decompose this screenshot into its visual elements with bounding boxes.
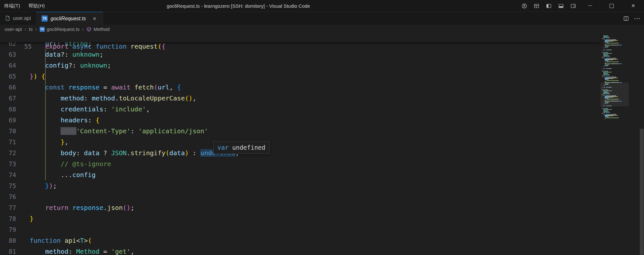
minimap-line: [610, 78, 613, 79]
code-token: ): [49, 182, 53, 190]
customize-layout-button[interactable]: [530, 0, 543, 12]
code-line-77[interactable]: 77 return response.json();: [0, 202, 599, 213]
code-line-64[interactable]: 64 config?: unknown;: [0, 60, 599, 71]
maximize-button[interactable]: [601, 0, 622, 12]
minimap-line: [618, 63, 621, 64]
more-actions-button[interactable]: ⋯: [634, 17, 641, 20]
minimap-line: [603, 112, 606, 113]
minimap-line: [611, 50, 612, 50]
code-line-78[interactable]: 78}: [0, 213, 599, 224]
code-line-72[interactable]: 72 body: data ? JSON.stringify(data) : u…: [0, 147, 599, 158]
code-line-75[interactable]: 75 });: [0, 180, 599, 191]
code-line-70[interactable]: 70 'Content-Type': 'application/json': [0, 126, 599, 137]
code-line-65[interactable]: 65}) {: [0, 71, 599, 82]
minimap-line: [606, 77, 609, 77]
sticky-line-number: 55: [15, 42, 32, 51]
minimap[interactable]: [601, 33, 629, 255]
minimap-line: [612, 61, 619, 62]
code-line-73[interactable]: 73 // @ts-ignore: [0, 158, 599, 169]
code-line-79[interactable]: 79: [0, 224, 599, 235]
minimap-line: [616, 114, 617, 115]
line-number[interactable]: 79: [0, 224, 16, 235]
minimap-line: [616, 77, 617, 77]
code-token: :: [76, 149, 84, 157]
line-number[interactable]: 67: [0, 93, 16, 104]
code-token: (): [123, 204, 130, 212]
toggle-secondary-sidebar-button[interactable]: [567, 0, 579, 12]
breadcrumb-item-user-api[interactable]: user-api: [5, 26, 22, 32]
code-line-66[interactable]: 66 const response = await fetch(url, {: [0, 82, 599, 93]
code-token: [68, 42, 72, 50]
code-token: [30, 248, 45, 255]
tab-user-api[interactable]: user.api: [0, 12, 36, 24]
code-token: await: [111, 83, 130, 91]
minimap-line: [608, 42, 609, 42]
code-token: :: [88, 116, 96, 124]
code-line-74[interactable]: 74 ...config: [0, 169, 599, 180]
line-number[interactable]: 78: [0, 213, 16, 224]
code-token: json: [107, 204, 123, 212]
line-number[interactable]: 72: [0, 147, 16, 158]
line-number[interactable]: 80: [0, 235, 16, 246]
symbol-method-icon: [86, 27, 91, 32]
account-button[interactable]: [518, 0, 530, 12]
code-line-69[interactable]: 69 headers: {: [0, 115, 599, 126]
code-token: <: [76, 237, 80, 244]
code-line-76[interactable]: 76: [0, 191, 599, 202]
code-token: [30, 51, 45, 58]
minimap-line: [603, 58, 605, 59]
code-token: // @ts-ignore: [61, 160, 111, 168]
line-number[interactable]: 74: [0, 169, 16, 180]
minimap-line: [607, 73, 608, 73]
line-number[interactable]: 70: [0, 126, 16, 137]
code-token: [30, 61, 45, 69]
minimap-line: [602, 71, 605, 71]
minimap-line: [606, 114, 609, 115]
line-number[interactable]: 73: [0, 158, 16, 169]
minimize-button[interactable]: [579, 0, 601, 12]
code-token: ,: [169, 83, 177, 91]
line-number[interactable]: 76: [0, 191, 16, 202]
tab-close-icon[interactable]: ✕: [91, 15, 98, 22]
minimap-line: [603, 50, 606, 50]
line-number[interactable]: 75: [0, 180, 16, 191]
line-number[interactable]: 69: [0, 115, 16, 126]
code-line-68[interactable]: 68 credentials: 'include',: [0, 104, 599, 115]
breadcrumb-item-file[interactable]: TS gocliRequest.ts: [40, 26, 80, 32]
split-editor-button[interactable]: [623, 16, 629, 21]
minimap-line: [613, 60, 614, 60]
minimap-line: [612, 43, 619, 43]
code-line-81[interactable]: 81 method: Method = 'get',: [0, 246, 599, 255]
menu-terminal[interactable]: 终端(T): [0, 0, 24, 12]
tab-goclirequest-ts[interactable]: TS gocliRequest.ts ✕: [36, 12, 103, 25]
line-number[interactable]: 64: [0, 60, 16, 71]
code-line-71[interactable]: 71 },: [0, 137, 599, 147]
scrollbar-thumb[interactable]: [640, 129, 644, 255]
menu-help[interactable]: 帮助(H): [24, 0, 49, 12]
minimap-line: [603, 109, 606, 110]
line-number[interactable]: 77: [0, 202, 16, 213]
vertical-scrollbar[interactable]: [639, 33, 644, 255]
code-token: [30, 204, 45, 212]
minimap-line: [605, 42, 607, 42]
sticky-scroll-line[interactable]: 55export async function request({: [0, 33, 601, 42]
minimap-slider[interactable]: [601, 82, 629, 106]
line-number[interactable]: 66: [0, 82, 16, 93]
line-number[interactable]: 71: [0, 137, 16, 147]
breadcrumb-item-method[interactable]: Method: [86, 26, 110, 32]
minimap-line: [607, 110, 608, 111]
breadcrumb-item-ts[interactable]: ts: [29, 26, 33, 32]
toggle-panel-button[interactable]: [555, 0, 567, 12]
code-line-80[interactable]: 80function api<T>(: [0, 235, 599, 246]
code-token: data: [45, 51, 61, 58]
code-token: stringify: [130, 149, 165, 157]
code-token: (: [88, 237, 92, 244]
code-token: body: [61, 149, 76, 157]
line-number[interactable]: 81: [0, 246, 16, 255]
toggle-primary-sidebar-button[interactable]: [543, 0, 555, 12]
code-line-67[interactable]: 67 method: method.toLocaleUpperCase(),: [0, 93, 599, 104]
line-number[interactable]: 68: [0, 104, 16, 115]
line-number[interactable]: 65: [0, 71, 16, 82]
close-button[interactable]: ✕: [622, 0, 644, 12]
code-token: :: [189, 149, 200, 157]
